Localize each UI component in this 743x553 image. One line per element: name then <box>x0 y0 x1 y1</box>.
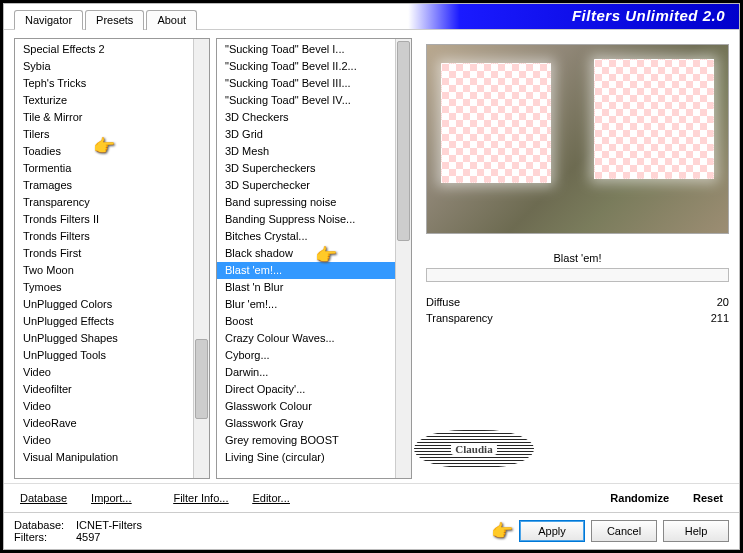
category-item[interactable]: Texturize <box>15 92 193 109</box>
tab-presets[interactable]: Presets <box>85 10 144 30</box>
scroll-thumb[interactable] <box>397 41 410 241</box>
filter-scrollbar[interactable] <box>395 39 411 478</box>
filter-item[interactable]: Black shadow <box>217 245 395 262</box>
filter-item[interactable]: Bitches Crystal... <box>217 228 395 245</box>
filter-item[interactable]: "Sucking Toad" Bevel IV... <box>217 92 395 109</box>
category-item[interactable]: Teph's Tricks <box>15 75 193 92</box>
category-item[interactable]: Tramages <box>15 177 193 194</box>
category-item[interactable]: UnPlugged Effects <box>15 313 193 330</box>
import-button[interactable]: Import... <box>81 488 141 508</box>
category-item[interactable]: Special Effects 2 <box>15 41 193 58</box>
category-item[interactable]: Visual Manipulation <box>15 449 193 466</box>
category-item[interactable]: Tile & Mirror <box>15 109 193 126</box>
tab-navigator[interactable]: Navigator <box>14 10 83 30</box>
filter-item[interactable]: Banding Suppress Noise... <box>217 211 395 228</box>
current-filter-label: Blast 'em! <box>426 252 729 264</box>
category-item[interactable]: Tormentia <box>15 160 193 177</box>
toolbar-row: Database Import... Filter Info... Editor… <box>4 483 739 512</box>
category-item[interactable]: Video <box>15 432 193 449</box>
filter-item[interactable]: Blur 'em!... <box>217 296 395 313</box>
category-item[interactable]: Tilers <box>15 126 193 143</box>
preview-pane: Claudia Blast 'em! Diffuse20Transparency… <box>418 38 729 479</box>
category-scrollbar[interactable] <box>193 39 209 478</box>
editor-button[interactable]: Editor... <box>242 488 299 508</box>
filter-listbox[interactable]: "Sucking Toad" Bevel I..."Sucking Toad" … <box>216 38 412 479</box>
category-item[interactable]: UnPlugged Colors <box>15 296 193 313</box>
filter-item[interactable]: Glasswork Gray <box>217 415 395 432</box>
filter-item[interactable]: "Sucking Toad" Bevel III... <box>217 75 395 92</box>
database-label: Database: <box>14 519 70 531</box>
checker-region <box>594 59 714 179</box>
filter-item[interactable]: 3D Checkers <box>217 109 395 126</box>
filters-count: 4597 <box>76 531 100 543</box>
pointer-hand-icon: 👉 <box>491 520 513 542</box>
filter-item[interactable]: Darwin... <box>217 364 395 381</box>
category-item[interactable]: Videofilter <box>15 381 193 398</box>
filter-item[interactable]: Crazy Colour Waves... <box>217 330 395 347</box>
filter-item[interactable]: Boost <box>217 313 395 330</box>
category-item[interactable]: Toadies <box>15 143 193 160</box>
database-button[interactable]: Database <box>10 488 77 508</box>
filters-unlimited-window: Navigator Presets About Filters Unlimite… <box>3 3 740 550</box>
filter-item[interactable]: 3D Superchecker <box>217 177 395 194</box>
category-item[interactable]: Tronds Filters II <box>15 211 193 228</box>
reset-button[interactable]: Reset <box>683 488 733 508</box>
checker-region <box>441 63 551 183</box>
filters-label: Filters: <box>14 531 70 543</box>
filter-info-button[interactable]: Filter Info... <box>163 488 238 508</box>
titlebar: Navigator Presets About Filters Unlimite… <box>4 4 739 30</box>
category-pane: Special Effects 2SybiaTeph's TricksTextu… <box>14 38 210 479</box>
param-row: Diffuse20 <box>426 296 729 308</box>
filter-item[interactable]: Direct Opacity'... <box>217 381 395 398</box>
footer: Database:ICNET-Filters Filters:4597 👉 Ap… <box>4 512 739 549</box>
param-value: 20 <box>695 296 729 308</box>
category-listbox[interactable]: Special Effects 2SybiaTeph's TricksTextu… <box>14 38 210 479</box>
category-item[interactable]: Transparency <box>15 194 193 211</box>
param-value: 211 <box>695 312 729 324</box>
filter-item[interactable]: 3D Supercheckers <box>217 160 395 177</box>
filter-item[interactable]: Blast 'em!... <box>217 262 395 279</box>
tab-about[interactable]: About <box>146 10 197 30</box>
category-item[interactable]: UnPlugged Tools <box>15 347 193 364</box>
database-value: ICNET-Filters <box>76 519 142 531</box>
tab-strip: Navigator Presets About <box>14 10 197 30</box>
category-item[interactable]: VideoRave <box>15 415 193 432</box>
category-item[interactable]: Video <box>15 398 193 415</box>
main-body: Special Effects 2SybiaTeph's TricksTextu… <box>4 30 739 483</box>
randomize-button[interactable]: Randomize <box>600 488 679 508</box>
filter-item[interactable]: Living Sine (circular) <box>217 449 395 466</box>
param-row: Transparency211 <box>426 312 729 324</box>
filter-item[interactable]: "Sucking Toad" Bevel I... <box>217 41 395 58</box>
app-title: Filters Unlimited 2.0 <box>572 7 725 24</box>
param-label: Transparency <box>426 312 596 324</box>
filter-item[interactable]: Band supressing noise <box>217 194 395 211</box>
param-label: Diffuse <box>426 296 596 308</box>
help-button[interactable]: Help <box>663 520 729 542</box>
category-item[interactable]: Video <box>15 364 193 381</box>
filter-item[interactable]: 3D Grid <box>217 126 395 143</box>
category-item[interactable]: Two Moon <box>15 262 193 279</box>
scroll-thumb[interactable] <box>195 339 208 419</box>
filter-item[interactable]: Glasswork Colour <box>217 398 395 415</box>
filter-item[interactable]: Cyborg... <box>217 347 395 364</box>
category-item[interactable]: Sybia <box>15 58 193 75</box>
category-item[interactable]: Tronds Filters <box>15 228 193 245</box>
preview-image <box>426 44 729 234</box>
filter-pane: "Sucking Toad" Bevel I..."Sucking Toad" … <box>216 38 412 479</box>
filter-item[interactable]: Blast 'n Blur <box>217 279 395 296</box>
cancel-button[interactable]: Cancel <box>591 520 657 542</box>
watermark-badge: Claudia <box>414 430 534 468</box>
category-item[interactable]: Tronds First <box>15 245 193 262</box>
progress-bar <box>426 268 729 282</box>
filter-item[interactable]: 3D Mesh <box>217 143 395 160</box>
filter-item[interactable]: "Sucking Toad" Bevel II.2... <box>217 58 395 75</box>
filter-item[interactable]: Grey removing BOOST <box>217 432 395 449</box>
apply-button[interactable]: Apply <box>519 520 585 542</box>
category-item[interactable]: UnPlugged Shapes <box>15 330 193 347</box>
category-item[interactable]: Tymoes <box>15 279 193 296</box>
